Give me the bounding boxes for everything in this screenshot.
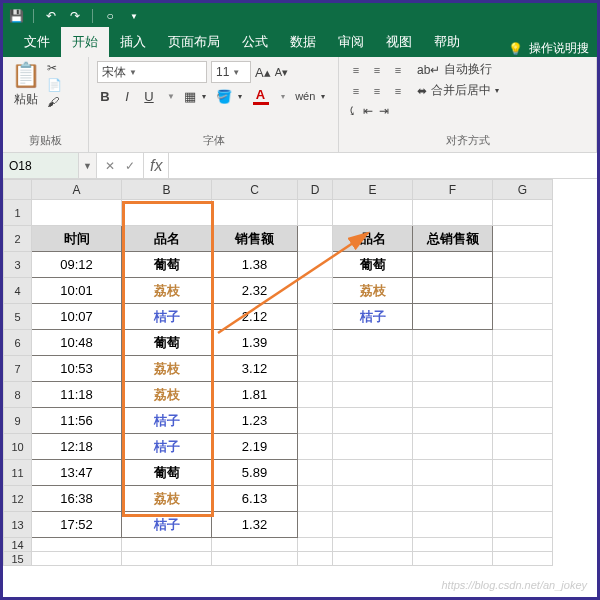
name-box[interactable]: O18: [3, 153, 79, 178]
cell[interactable]: 葡萄: [122, 330, 212, 356]
cell[interactable]: [413, 538, 493, 552]
worksheet-grid[interactable]: A B C D E F G 12时间品名销售额品名总销售额309:12葡萄1.3…: [3, 179, 597, 597]
copy-icon[interactable]: 📄: [47, 78, 62, 92]
cell[interactable]: [298, 460, 333, 486]
cell[interactable]: [333, 460, 413, 486]
align-right-icon[interactable]: ≡: [389, 82, 407, 100]
cell[interactable]: 17:52: [32, 512, 122, 538]
cell[interactable]: [493, 486, 553, 512]
orientation-icon[interactable]: ⤹: [347, 104, 357, 118]
cell[interactable]: [298, 408, 333, 434]
cell[interactable]: 1.81: [212, 382, 298, 408]
increase-font-icon[interactable]: A▴: [255, 65, 271, 80]
cell[interactable]: 1.32: [212, 512, 298, 538]
align-top-icon[interactable]: ≡: [347, 61, 365, 79]
cell[interactable]: [493, 356, 553, 382]
row-header[interactable]: 1: [4, 200, 32, 226]
align-left-icon[interactable]: ≡: [347, 82, 365, 100]
cell[interactable]: 3.12: [212, 356, 298, 382]
paste-button[interactable]: 📋 粘贴: [11, 61, 41, 109]
cell[interactable]: [122, 200, 212, 226]
tab-view[interactable]: 视图: [375, 27, 423, 57]
enter-icon[interactable]: ✓: [125, 159, 135, 173]
cell[interactable]: [212, 538, 298, 552]
cell[interactable]: [32, 552, 122, 566]
col-header[interactable]: C: [212, 180, 298, 200]
cut-icon[interactable]: ✂: [47, 61, 62, 75]
cell[interactable]: 葡萄: [122, 460, 212, 486]
cell[interactable]: 16:38: [32, 486, 122, 512]
cell[interactable]: [333, 538, 413, 552]
cell[interactable]: [413, 460, 493, 486]
cell[interactable]: [413, 278, 493, 304]
cell[interactable]: [333, 486, 413, 512]
row-header[interactable]: 2: [4, 226, 32, 252]
cell[interactable]: [122, 552, 212, 566]
cell[interactable]: 13:47: [32, 460, 122, 486]
italic-button[interactable]: I: [119, 87, 135, 105]
cell[interactable]: [298, 512, 333, 538]
font-name-select[interactable]: 宋体▼: [97, 61, 207, 83]
cell[interactable]: [493, 538, 553, 552]
cell[interactable]: [212, 200, 298, 226]
col-header[interactable]: E: [333, 180, 413, 200]
cell[interactable]: [212, 552, 298, 566]
cell[interactable]: 销售额: [212, 226, 298, 252]
col-header[interactable]: B: [122, 180, 212, 200]
tab-data[interactable]: 数据: [279, 27, 327, 57]
cell[interactable]: [413, 382, 493, 408]
cell[interactable]: 桔子: [122, 304, 212, 330]
cell[interactable]: 11:56: [32, 408, 122, 434]
cell[interactable]: [298, 552, 333, 566]
cell[interactable]: 11:18: [32, 382, 122, 408]
row-header[interactable]: 7: [4, 356, 32, 382]
phonetic-button[interactable]: wén▾: [297, 87, 330, 105]
cell[interactable]: 10:01: [32, 278, 122, 304]
underline-button[interactable]: U: [141, 87, 157, 105]
cell[interactable]: [333, 382, 413, 408]
tell-me[interactable]: 💡 操作说明搜: [508, 40, 597, 57]
fx-label[interactable]: fx: [144, 153, 169, 178]
cell[interactable]: 1.38: [212, 252, 298, 278]
cell[interactable]: [32, 538, 122, 552]
cell[interactable]: [298, 278, 333, 304]
tab-review[interactable]: 审阅: [327, 27, 375, 57]
col-header[interactable]: G: [493, 180, 553, 200]
cell[interactable]: [413, 512, 493, 538]
row-header[interactable]: 8: [4, 382, 32, 408]
bold-button[interactable]: B: [97, 87, 113, 105]
cancel-icon[interactable]: ✕: [105, 159, 115, 173]
triangle-icon[interactable]: ▼: [127, 9, 141, 23]
cell[interactable]: [493, 252, 553, 278]
cell[interactable]: 09:12: [32, 252, 122, 278]
cell[interactable]: [413, 200, 493, 226]
font-size-select[interactable]: 11▼: [211, 61, 251, 83]
cell[interactable]: 6.13: [212, 486, 298, 512]
decrease-indent-icon[interactable]: ⇤: [363, 104, 373, 118]
cell[interactable]: [333, 330, 413, 356]
cell[interactable]: [493, 382, 553, 408]
save-icon[interactable]: 💾: [9, 9, 23, 23]
row-header[interactable]: 9: [4, 408, 32, 434]
cell[interactable]: 5.89: [212, 460, 298, 486]
border-button[interactable]: ▦▾: [185, 87, 211, 105]
cell[interactable]: [298, 330, 333, 356]
cell[interactable]: 品名: [122, 226, 212, 252]
cell[interactable]: [413, 552, 493, 566]
format-painter-icon[interactable]: 🖌: [47, 95, 62, 109]
tab-home[interactable]: 开始: [61, 27, 109, 57]
cell[interactable]: 总销售额: [413, 226, 493, 252]
cell[interactable]: [493, 278, 553, 304]
row-header[interactable]: 13: [4, 512, 32, 538]
cell[interactable]: 10:07: [32, 304, 122, 330]
row-header[interactable]: 14: [4, 538, 32, 552]
cell[interactable]: [493, 512, 553, 538]
tab-layout[interactable]: 页面布局: [157, 27, 231, 57]
cell[interactable]: [493, 460, 553, 486]
cell[interactable]: 桔子: [333, 304, 413, 330]
tab-help[interactable]: 帮助: [423, 27, 471, 57]
wrap-text-button[interactable]: ab↵自动换行: [417, 61, 499, 78]
cell[interactable]: 2.19: [212, 434, 298, 460]
cell[interactable]: [298, 486, 333, 512]
row-header[interactable]: 11: [4, 460, 32, 486]
